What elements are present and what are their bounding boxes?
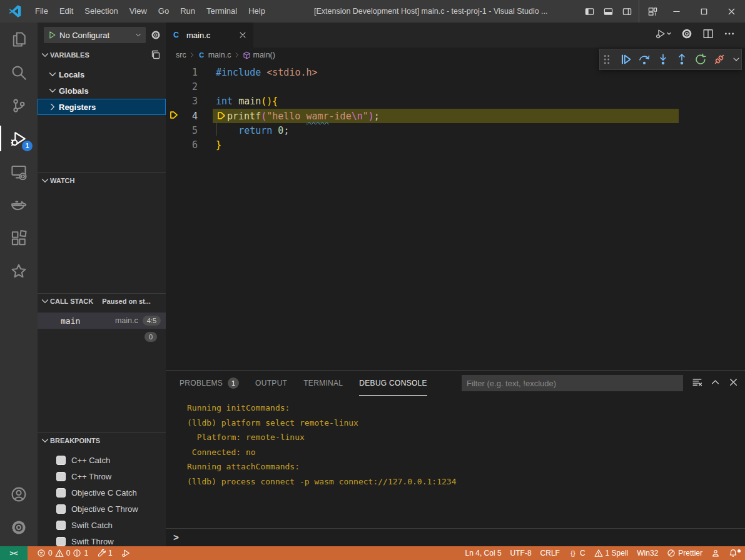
breadcrumb-src[interactable]: src [176,51,186,59]
activity-remote-explorer[interactable] [0,155,38,188]
status-cursor-position[interactable]: Ln 4, Col 5 [461,546,506,560]
watch-header[interactable]: WATCH [38,173,166,188]
debug-step-over-button[interactable] [638,53,651,66]
stack-frame-row[interactable]: main main.c 4:5 [38,312,166,329]
minimize-button[interactable] [662,0,690,22]
line-number[interactable]: 6 [179,139,198,151]
settings-button[interactable] [681,28,692,42]
debug-chevron-down-button[interactable] [732,55,741,64]
activity-wamr-ide-star[interactable] [0,254,38,288]
menu-terminal[interactable]: Terminal [201,6,243,16]
breakpoints-header[interactable]: BREAKPOINTS [38,433,166,448]
menu-go[interactable]: Go [153,6,175,16]
panel-tab-output[interactable]: OUTPUT [255,371,287,396]
variables-header[interactable]: VARIABLES [38,48,166,62]
breakpoint-objective-c-throw[interactable]: Objective C Throw [38,501,166,517]
activity-search[interactable] [0,56,38,89]
status-remote[interactable]: >< [0,546,28,560]
status-language-mode[interactable]: {}C [564,546,590,560]
activity-extensions[interactable] [0,221,38,254]
line-number[interactable]: 5 [179,125,198,136]
activity-source-control[interactable] [0,89,38,122]
breakpoint-objective-c-catch[interactable]: Objective C Catch [38,484,166,501]
debug-step-out-button[interactable] [676,53,688,66]
call-stack-header[interactable]: CALL STACK Paused on st... [38,294,166,309]
status-problems[interactable]: 001 [33,546,93,560]
activity-settings[interactable] [0,511,38,544]
more-actions-button[interactable] [724,28,735,42]
status-eol[interactable]: CRLF [536,546,564,560]
status-debug-status[interactable] [117,546,134,560]
code-line[interactable]: 6} [166,138,745,152]
activity-docker[interactable] [0,188,38,221]
status-prettier[interactable]: Prettier [662,546,707,560]
breakpoint-checkbox[interactable] [56,521,66,530]
line-number[interactable]: 1 [179,67,198,78]
close-button[interactable] [717,0,745,22]
status-platform[interactable]: Win32 [632,546,662,560]
status-spell[interactable]: 1 Spell [590,546,633,560]
start-debug-icon[interactable] [48,31,56,39]
code-line[interactable]: 4printf("hello wamr-ide\n"); [166,109,745,123]
breadcrumb-main[interactable]: main() [243,51,275,59]
code-line[interactable]: 5 return 0; [166,123,745,138]
console-filter-input[interactable] [462,375,683,391]
breakpoint-checkbox[interactable] [56,504,66,514]
variables-scope-locals[interactable]: Locals [38,66,166,82]
activity-run-debug[interactable]: 1 [0,122,38,155]
breakpoint-c-throw[interactable]: C++ Throw [38,468,166,484]
breakpoint-checkbox[interactable] [56,456,66,465]
close-panel-button[interactable] [728,377,739,390]
thread-row[interactable]: 0 [38,329,166,345]
split-editor-button[interactable] [702,28,714,42]
code-line[interactable]: 3int main(){ [166,94,745,109]
variables-scope-registers[interactable]: Registers [38,99,166,115]
debug-grip-button[interactable] [601,53,613,66]
breakpoint-checkbox[interactable] [56,537,66,546]
menu-view[interactable]: View [124,6,153,16]
breakpoint-swift-catch[interactable]: Swift Catch [38,517,166,533]
line-number[interactable]: 3 [179,96,198,107]
layout-sidebar-left-button[interactable] [580,0,599,22]
debug-continue-button[interactable] [619,53,632,66]
debug-step-into-button[interactable] [657,53,669,66]
menu-edit[interactable]: Edit [54,6,79,16]
activity-explorer[interactable] [0,22,38,56]
tab-main-c[interactable]: C main.c [166,22,253,48]
menu-help[interactable]: Help [243,6,271,16]
menu-selection[interactable]: Selection [79,6,123,16]
close-tab-icon[interactable] [238,31,247,39]
code-line[interactable]: 2 [166,79,745,94]
debug-restart-button[interactable] [694,53,707,66]
line-number[interactable]: 4 [179,111,198,122]
breakpoint-checkbox[interactable] [56,472,66,481]
debug-console-input-row[interactable]: > [166,528,745,546]
menu-run[interactable]: Run [175,6,201,16]
collapse-panel-button[interactable] [710,377,721,390]
panel-tab-terminal[interactable]: TERMINAL [303,371,343,396]
activity-accounts[interactable] [0,478,38,511]
clear-console-button[interactable] [692,377,702,390]
breakpoint-checkbox[interactable] [56,488,66,498]
panel-tab-problems[interactable]: PROBLEMS1 [180,371,239,396]
configure-gear-icon[interactable] [151,30,161,40]
debug-disconnect-button[interactable] [713,53,726,66]
menu-file[interactable]: File [29,6,54,16]
status-tools[interactable]: 1 [93,546,117,560]
customize-layout-button[interactable] [639,0,662,22]
maximize-button[interactable] [690,0,717,22]
status-encoding[interactable]: UTF-8 [506,546,536,560]
launch-configuration-dropdown[interactable]: No Configurat [44,27,146,43]
breadcrumb-main-c[interactable]: Cmain.c [198,51,231,59]
run-or-debug-button[interactable] [655,28,671,42]
status-notifications[interactable] [724,546,745,560]
line-number[interactable]: 2 [179,81,198,92]
copy-value-icon[interactable] [151,50,161,60]
layout-panel-button[interactable] [599,0,617,22]
status-feedback[interactable] [707,546,724,560]
variables-scope-globals[interactable]: Globals [38,82,166,99]
code-editor[interactable]: 1#include <stdio.h>23int main(){4printf(… [166,62,745,370]
layout-sidebar-right-button[interactable] [617,0,636,22]
panel-tab-debug-console[interactable]: DEBUG CONSOLE [359,371,427,396]
breakpoint-c-catch[interactable]: C++ Catch [38,452,166,468]
